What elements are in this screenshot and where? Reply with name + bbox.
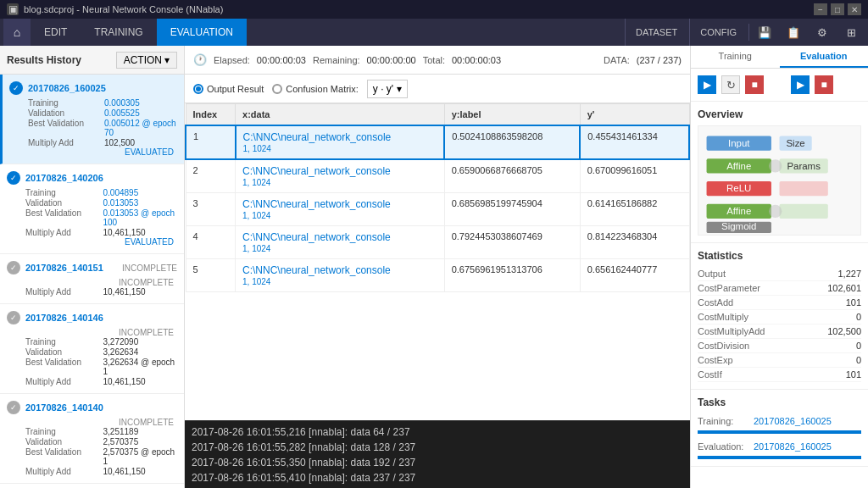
history-title: Results History bbox=[7, 54, 81, 66]
cell-xdata: C:\NNC\neural_network_console 1, 1024 bbox=[236, 125, 445, 159]
playback-controls: ▶ ↻ ■ ▶ ■ bbox=[691, 69, 868, 102]
data-label: DATA: bbox=[604, 55, 630, 65]
statistics-section: Statistics Output 1,227 CostParameter 10… bbox=[691, 243, 868, 390]
action-button[interactable]: ACTION ▾ bbox=[116, 52, 177, 69]
history-item[interactable]: ✓ 20170826_160025 Training 0.000305 Vali… bbox=[0, 75, 184, 164]
remaining-label: Remaining: bbox=[313, 55, 360, 65]
history-item-header: ✓ 20170826_140140 bbox=[7, 401, 177, 414]
grid-icon[interactable]: ⊞ bbox=[837, 19, 865, 46]
dropdown-arrow-icon: ▾ bbox=[397, 83, 402, 95]
close-button[interactable]: ✕ bbox=[848, 3, 861, 15]
svg-text:ReLU: ReLU bbox=[726, 183, 751, 193]
table-row[interactable]: 3 C:\NNC\neural_network_console 1, 1024 … bbox=[186, 193, 689, 226]
config-button[interactable]: CONFIG bbox=[689, 19, 747, 46]
main-layout: Results History ACTION ▾ ✓ 20170826_1600… bbox=[0, 46, 868, 488]
confusion-matrix-radio[interactable]: Confusion Matrix: bbox=[272, 84, 359, 94]
stat-row: CostMultiply 0 bbox=[698, 310, 861, 324]
result-table-container: Index x:data y:label y' 1 C:\NNC\neural_… bbox=[185, 103, 690, 420]
check-icon: ✓ bbox=[7, 401, 20, 414]
check-icon: ✓ bbox=[7, 311, 20, 324]
home-button[interactable]: ⌂ bbox=[3, 19, 31, 46]
log-line: 2017-08-26 16:01:55,350 [nnabla]: data 1… bbox=[192, 455, 683, 470]
cell-yprime: 0.814223468304 bbox=[580, 226, 689, 259]
log-line: 2017-08-26 16:01:55,216 [nnabla]: data 6… bbox=[192, 424, 683, 440]
table-row[interactable]: 5 C:\NNC\neural_network_console 1, 1024 … bbox=[186, 259, 689, 292]
log-line: 2017-08-26 16:01:55,410 [nnabla]: data 2… bbox=[192, 470, 683, 485]
training-controls: ▶ ↻ ■ ▶ ■ bbox=[698, 75, 861, 94]
history-item[interactable]: ✓ 20170826_140206 Training 0.004895 Vali… bbox=[0, 164, 184, 254]
menu-item-training[interactable]: TRAINING bbox=[81, 19, 156, 46]
history-item-name: 20170826_160025 bbox=[28, 83, 106, 93]
save-icon[interactable]: 💾 bbox=[751, 19, 778, 46]
cell-ylabel: 0.6590066876668705 bbox=[444, 159, 580, 193]
history-item-stats: Multiply Add 10,461,150 bbox=[7, 287, 177, 297]
cell-yprime: 0.455431461334 bbox=[580, 125, 689, 159]
history-item-name: 20170826_140146 bbox=[25, 313, 103, 323]
stop-button[interactable]: ■ bbox=[745, 75, 764, 94]
log-area: 2017-08-26 16:01:55,216 [nnabla]: data 6… bbox=[185, 420, 690, 488]
incomplete-label: INCOMPLETE bbox=[7, 328, 177, 337]
eval-play-button[interactable]: ▶ bbox=[791, 75, 810, 94]
task-row-evaluation: Evaluation: 20170826_160025 bbox=[698, 439, 861, 454]
tab-training[interactable]: Training bbox=[691, 46, 780, 68]
center-panel: 🕐 Elapsed: 00:00:00:03 Remaining: 00:00:… bbox=[185, 46, 690, 488]
tasks-section: Tasks Training: 20170826_160025 Evaluati… bbox=[691, 390, 868, 467]
incomplete-label: INCOMPLETE bbox=[7, 278, 177, 287]
left-panel-header: Results History ACTION ▾ bbox=[0, 46, 184, 75]
history-item[interactable]: ✓ 20170826_140151 INCOMPLETE INCOMPLETE … bbox=[0, 254, 184, 304]
output-result-radio[interactable]: Output Result bbox=[193, 84, 264, 94]
menu-item-evaluation[interactable]: EVALUATION bbox=[157, 19, 247, 46]
history-item-name: 20170826_140140 bbox=[25, 402, 103, 413]
radio-empty-icon bbox=[272, 84, 282, 94]
y-axis-dropdown[interactable]: y · y' ▾ bbox=[367, 80, 408, 98]
menu-item-edit[interactable]: EDIT bbox=[31, 19, 81, 46]
minimize-button[interactable]: − bbox=[814, 3, 827, 15]
col-xdata: x:data bbox=[236, 104, 445, 126]
settings-icon[interactable]: ⚙ bbox=[809, 19, 836, 46]
cell-ylabel: 0.7924453038607469 bbox=[444, 226, 580, 259]
svg-text:Size: Size bbox=[786, 138, 804, 148]
history-item-stats: Training 0.004895 Validation 0.013053 Be… bbox=[7, 188, 177, 237]
table-row[interactable]: 2 C:\NNC\neural_network_console 1, 1024 … bbox=[186, 159, 689, 193]
play-button[interactable]: ▶ bbox=[698, 75, 716, 94]
table-row[interactable]: 1 C:\NNC\neural_network_console 1, 1024 … bbox=[186, 125, 689, 159]
stat-row: Output 1,227 bbox=[698, 267, 861, 281]
task-row-training: Training: 20170826_160025 bbox=[698, 413, 861, 429]
history-item[interactable]: ✓ 20170826_140140 INCOMPLETE Training 3,… bbox=[0, 394, 184, 484]
output-result-label: Output Result bbox=[207, 84, 264, 94]
svg-text:Input: Input bbox=[728, 138, 750, 148]
tab-evaluation[interactable]: Evaluation bbox=[780, 46, 869, 68]
cell-xdata: C:\NNC\neural_network_console 1, 1024 bbox=[236, 159, 445, 193]
svg-rect-11 bbox=[780, 181, 828, 196]
col-ylabel: y:label bbox=[444, 104, 580, 126]
window-controls: − □ ✕ bbox=[814, 3, 861, 15]
status-toolbar: 🕐 Elapsed: 00:00:00:03 Remaining: 00:00:… bbox=[185, 46, 690, 75]
history-item-stats: Training 0.000305 Validation 0.005525 Be… bbox=[9, 98, 177, 147]
stat-row: CostAdd 101 bbox=[698, 296, 861, 310]
total-value: 00:00:00:03 bbox=[452, 55, 501, 65]
training-progress-fill bbox=[698, 430, 861, 434]
stat-row: CostIf 101 bbox=[698, 368, 861, 382]
cell-xdata: C:\NNC\neural_network_console 1, 1024 bbox=[236, 259, 445, 292]
svg-text:Params: Params bbox=[787, 161, 821, 171]
right-panel: Training Evaluation ▶ ↻ ■ ▶ ■ Overview bbox=[690, 46, 868, 488]
stat-row: CostParameter 102,601 bbox=[698, 281, 861, 296]
evaluated-badge: EVALUATED bbox=[9, 147, 177, 157]
stat-row: CostExp 0 bbox=[698, 353, 861, 368]
svg-rect-14 bbox=[780, 204, 828, 219]
history-item[interactable]: ✓ 20170826_140146 INCOMPLETE Training 3,… bbox=[0, 304, 184, 394]
refresh-button[interactable]: ↻ bbox=[721, 75, 740, 94]
network-diagram: Input Size Affine Params ReLU bbox=[698, 126, 860, 235]
copy-icon[interactable]: 📋 bbox=[780, 19, 807, 46]
table-row[interactable]: 4 C:\NNC\neural_network_console 1, 1024 … bbox=[186, 226, 689, 259]
maximize-button[interactable]: □ bbox=[831, 3, 844, 15]
overview-title: Overview bbox=[698, 108, 861, 120]
dataset-button[interactable]: DATASET bbox=[625, 19, 687, 46]
training-progress-bar bbox=[698, 430, 861, 434]
svg-point-8 bbox=[769, 159, 782, 172]
confusion-matrix-label: Confusion Matrix: bbox=[286, 84, 359, 94]
evaluation-progress-bar bbox=[698, 456, 861, 459]
check-icon: ✓ bbox=[7, 261, 20, 274]
eval-stop-button[interactable]: ■ bbox=[815, 75, 833, 94]
log-line: 2017-08-26 16:01:55,282 [nnabla]: data 1… bbox=[192, 440, 683, 455]
